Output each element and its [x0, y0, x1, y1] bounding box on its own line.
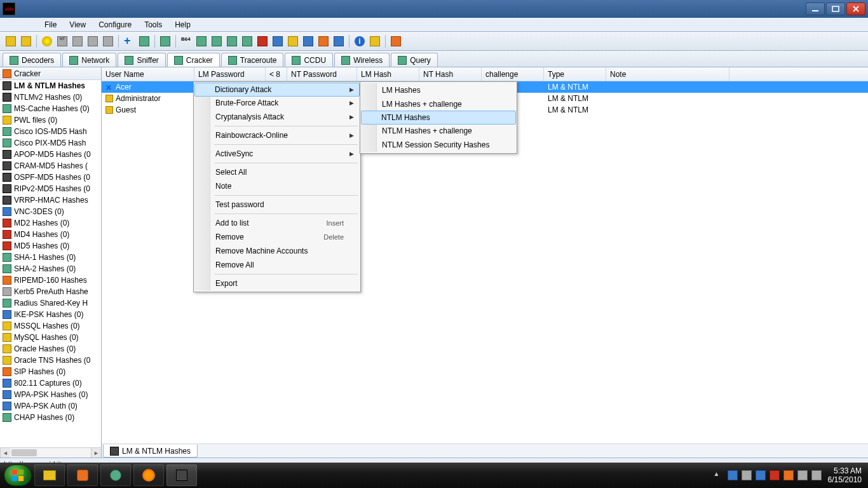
column-header[interactable]: LM Password	[194, 67, 266, 81]
ctx-item[interactable]: Select All	[195, 165, 359, 179]
sidebar-item[interactable]: Oracle Hashes (0)	[0, 343, 101, 355]
ctx-item[interactable]: Remove Machine Accounts	[195, 244, 359, 258]
sidebar-item[interactable]: WPA-PSK Auth (0)	[0, 400, 101, 412]
tb-open-icon[interactable]	[4, 34, 18, 48]
ctx-item[interactable]: NTLM Hashes + challenge	[362, 124, 515, 138]
column-header[interactable]: LM Hash	[357, 67, 419, 81]
sidebar-item[interactable]: MD4 Hashes (0)	[0, 229, 101, 240]
tb-g3-icon[interactable]	[225, 34, 239, 48]
column-header[interactable]: Note	[606, 67, 729, 81]
column-header[interactable]: NT Hash	[419, 67, 482, 81]
task-firefox[interactable]	[133, 464, 164, 486]
start-button[interactable]	[4, 464, 32, 486]
task-mediaplayer[interactable]	[67, 464, 98, 486]
ctx-item[interactable]: RemoveDelete	[195, 230, 359, 244]
tray-update-icon[interactable]	[783, 470, 794, 480]
tb-net4-icon[interactable]	[301, 34, 315, 48]
sidebar-item[interactable]: MSSQL Hashes (0)	[0, 320, 101, 332]
sidebar-item[interactable]: SIP Hashes (0)	[0, 366, 101, 377]
sidebar-item[interactable]: MD5 Hashes (0)	[0, 240, 101, 252]
column-header[interactable]: NT Password	[287, 67, 357, 81]
maximize-button[interactable]	[826, 3, 845, 15]
ctx-item[interactable]: Brute-Force Attack▶	[195, 96, 359, 110]
menu-configure[interactable]: Configure	[92, 18, 138, 31]
tb-net3-icon[interactable]	[286, 34, 300, 48]
ctx-item[interactable]: Test password	[195, 198, 359, 212]
tb-net1-icon[interactable]	[255, 34, 269, 48]
sidebar-item[interactable]: VRRP-HMAC Hashes	[0, 194, 101, 206]
menu-tools[interactable]: Tools	[138, 18, 168, 31]
tb-spoof2-icon[interactable]	[86, 34, 100, 48]
ctx-item[interactable]: Dictionary Attack▶	[194, 83, 360, 97]
sidebar-item[interactable]: IKE-PSK Hashes (0)	[0, 309, 101, 320]
sidebar-item[interactable]: Radius Shared-Key H	[0, 297, 101, 309]
tb-g2-icon[interactable]	[210, 34, 224, 48]
sidebar-item[interactable]: RIPEMD-160 Hashes	[0, 274, 101, 286]
tb-remove-icon[interactable]	[137, 34, 151, 48]
ctx-item[interactable]: Export	[195, 276, 359, 290]
sidebar-item[interactable]: CHAP Hashes (0)	[0, 412, 101, 423]
tb-net2-icon[interactable]	[271, 34, 285, 48]
ctx-item[interactable]: Remove All	[195, 258, 359, 272]
scroll-thumb[interactable]	[11, 449, 37, 456]
tray-shield-icon[interactable]	[756, 470, 766, 480]
task-explorer[interactable]	[34, 464, 65, 486]
tb-spoof1-icon[interactable]	[71, 34, 85, 48]
tb-net6-icon[interactable]	[332, 34, 346, 48]
sidebar-item[interactable]: WPA-PSK Hashes (0)	[0, 389, 101, 400]
tray-volume-icon[interactable]	[811, 470, 822, 480]
sidebar-item[interactable]: MD2 Hashes (0)	[0, 217, 101, 229]
tab-decoders[interactable]: Decoders	[3, 53, 61, 67]
sidebar-item[interactable]: SHA-1 Hashes (0)	[0, 252, 101, 263]
scroll-right-icon[interactable]: ►	[91, 448, 101, 458]
ctx-item[interactable]: NTLM Hashes	[361, 111, 516, 125]
sidebar-item[interactable]: NTLMv2 Hashes (0)	[0, 92, 101, 103]
ctx-item[interactable]: Rainbowcrack-Online▶	[195, 128, 359, 142]
tab-traceroute[interactable]: Traceroute	[221, 53, 284, 67]
sidebar-item[interactable]: MS-Cache Hashes (0)	[0, 103, 101, 114]
sidebar-item[interactable]: Kerb5 PreAuth Hashe	[0, 286, 101, 297]
ctx-item[interactable]: LM Hashes + challenge	[362, 97, 515, 111]
tray-flag-icon[interactable]	[728, 470, 738, 480]
tb-ntlm-icon[interactable]: NT	[55, 34, 69, 48]
sidebar-item[interactable]: APOP-MD5 Hashes (0	[0, 149, 101, 160]
column-header[interactable]: challenge	[482, 67, 544, 81]
clock[interactable]: 5:33 AM 6/15/2010	[828, 466, 864, 485]
tb-g1-icon[interactable]	[194, 34, 208, 48]
ctx-item[interactable]: Cryptanalysis Attack▶	[195, 110, 359, 124]
sidebar-scrollbar[interactable]: ◄ ►	[0, 447, 101, 458]
sidebar-item[interactable]: RIPv2-MD5 Hashes (0	[0, 183, 101, 194]
tb-g4-icon[interactable]	[240, 34, 254, 48]
minimize-button[interactable]	[806, 3, 825, 15]
tb-add-icon[interactable]: +	[122, 34, 136, 48]
ctx-item[interactable]: Note	[195, 179, 359, 193]
sidebar-item[interactable]: PWL files (0)	[0, 114, 101, 126]
tb-nuke-icon[interactable]	[40, 34, 54, 48]
sidebar-item[interactable]: Oracle TNS Hashes (0	[0, 355, 101, 366]
tab-query[interactable]: Query	[391, 53, 438, 67]
sidebar-item[interactable]: 802.11 Captures (0)	[0, 377, 101, 389]
tray-network-icon[interactable]	[797, 470, 808, 480]
menu-help[interactable]: Help	[168, 18, 197, 31]
tb-exit-icon[interactable]	[389, 34, 403, 48]
scroll-left-icon[interactable]: ◄	[0, 448, 10, 458]
menu-file[interactable]: File	[38, 18, 63, 31]
task-cain[interactable]	[166, 464, 197, 486]
ctx-item[interactable]: Add to listInsert	[195, 216, 359, 230]
close-button[interactable]	[846, 3, 865, 15]
sidebar-item[interactable]: VNC-3DES (0)	[0, 206, 101, 217]
tray-icons[interactable]: ▲	[714, 470, 822, 480]
tray-av-icon[interactable]	[770, 470, 780, 480]
sidebar-item[interactable]: OSPF-MD5 Hashes (0	[0, 172, 101, 183]
tab-cracker[interactable]: Cracker	[167, 53, 220, 67]
bottom-tab[interactable]: LM & NTLM Hashes	[103, 445, 198, 458]
column-header[interactable]: Type	[544, 67, 606, 81]
sidebar-item[interactable]: LM & NTLM Hashes	[0, 80, 101, 92]
tb-save-icon[interactable]	[19, 34, 33, 48]
tb-help-icon[interactable]: i	[353, 34, 367, 48]
ctx-item[interactable]: NTLM Session Security Hashes	[362, 138, 515, 152]
tab-network[interactable]: Network	[62, 53, 116, 67]
tab-wireless[interactable]: Wireless	[334, 53, 390, 67]
sidebar-item[interactable]: Cisco IOS-MD5 Hash	[0, 126, 101, 137]
tab-ccdu[interactable]: CCDU	[285, 53, 333, 67]
